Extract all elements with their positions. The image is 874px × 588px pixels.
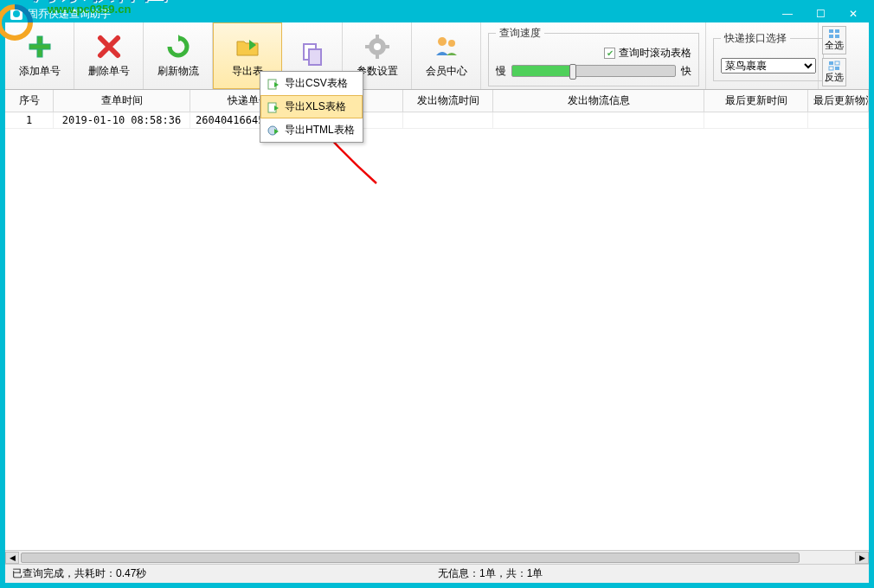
horizontal-scrollbar[interactable]: ◀ ▶ bbox=[5, 550, 869, 564]
delete-order-button[interactable]: 删除单号 bbox=[74, 22, 144, 89]
export-dropdown: 导出CSV表格 导出XLS表格 导出HTML表格 bbox=[260, 71, 363, 143]
scroll-left-arrow[interactable]: ◀ bbox=[5, 552, 19, 564]
titlebar: 固乔快递查询助手 — ☐ ✕ bbox=[5, 5, 869, 22]
csv-icon bbox=[267, 78, 280, 90]
data-grid[interactable]: 序号 查单时间 快递单号 发出物流时间 发出物流信息 最后更新时间 最后更新物流… bbox=[5, 90, 869, 564]
maximize-button[interactable]: ☐ bbox=[810, 8, 831, 20]
member-button[interactable]: 会员中心 bbox=[412, 22, 481, 89]
copy-icon bbox=[299, 41, 326, 68]
col-lastupdate[interactable]: 最后更新时间 bbox=[704, 90, 808, 112]
close-button[interactable]: ✕ bbox=[843, 8, 864, 20]
svg-rect-17 bbox=[829, 61, 833, 65]
svg-rect-8 bbox=[376, 54, 379, 59]
app-icon bbox=[10, 8, 22, 20]
svg-rect-9 bbox=[365, 45, 370, 48]
speed-slider[interactable] bbox=[511, 65, 676, 77]
export-html-item[interactable]: 导出HTML表格 bbox=[260, 118, 363, 142]
svg-rect-15 bbox=[829, 35, 833, 38]
cell-time[interactable]: 2019-01-10 08:58:36 bbox=[54, 112, 190, 129]
svg-rect-13 bbox=[829, 29, 833, 33]
refresh-icon bbox=[164, 33, 192, 61]
xls-icon bbox=[267, 101, 280, 113]
select-all-icon bbox=[828, 29, 840, 39]
plus-icon bbox=[26, 33, 54, 61]
html-icon bbox=[267, 125, 280, 137]
col-querytime[interactable]: 查单时间 bbox=[54, 90, 190, 112]
folder-export-icon bbox=[234, 33, 261, 61]
gear-icon bbox=[363, 33, 391, 61]
statusbar: 已查询完成，共耗时：0.47秒 无信息：1单，共：1单 bbox=[5, 564, 869, 583]
scroll-checkbox[interactable]: ✔ 查询时滚动表格 bbox=[496, 46, 691, 61]
svg-rect-18 bbox=[835, 61, 839, 65]
svg-rect-16 bbox=[835, 35, 839, 38]
invert-select-button[interactable]: 反选 bbox=[822, 58, 846, 86]
export-xls-item[interactable]: 导出XLS表格 bbox=[260, 95, 363, 118]
status-left: 已查询完成，共耗时：0.47秒 bbox=[12, 566, 146, 581]
status-right: 无信息：1单，共：1单 bbox=[438, 566, 543, 581]
window-title: 固乔快递查询助手 bbox=[28, 7, 111, 22]
export-csv-item[interactable]: 导出CSV表格 bbox=[260, 72, 363, 95]
select-all-button[interactable]: 全选 bbox=[822, 26, 846, 54]
svg-rect-14 bbox=[835, 29, 839, 33]
svg-rect-2 bbox=[29, 44, 50, 49]
invert-icon bbox=[828, 61, 840, 71]
cell-seq[interactable]: 1 bbox=[5, 112, 54, 129]
svg-point-11 bbox=[438, 37, 447, 46]
svg-point-0 bbox=[13, 10, 20, 17]
refresh-button[interactable]: 刷新物流 bbox=[144, 22, 213, 89]
svg-point-6 bbox=[374, 43, 381, 50]
col-seq[interactable]: 序号 bbox=[5, 90, 54, 112]
svg-rect-20 bbox=[835, 67, 839, 70]
col-lastlog[interactable]: 最后更新物流 bbox=[808, 90, 869, 112]
add-order-button[interactable]: 添加单号 bbox=[5, 22, 74, 89]
interface-select[interactable]: 菜鸟裹裹 bbox=[721, 58, 816, 74]
toolbar: 添加单号 删除单号 刷新物流 导出表 参数设置 会员中心 查询速度 bbox=[5, 22, 869, 90]
svg-point-12 bbox=[448, 40, 455, 47]
svg-rect-7 bbox=[376, 35, 379, 40]
scroll-thumb[interactable] bbox=[21, 553, 800, 563]
col-sentinfo[interactable]: 发出物流信息 bbox=[493, 90, 704, 112]
minimize-button[interactable]: — bbox=[777, 8, 798, 20]
svg-rect-19 bbox=[829, 67, 833, 70]
x-icon bbox=[95, 33, 123, 61]
people-icon bbox=[433, 33, 460, 61]
col-senttime[interactable]: 发出物流时间 bbox=[403, 90, 493, 112]
scroll-right-arrow[interactable]: ▶ bbox=[855, 552, 869, 564]
speed-panel: 查询速度 ✔ 查询时滚动表格 慢 快 bbox=[481, 22, 706, 89]
svg-rect-10 bbox=[384, 45, 389, 48]
interface-panel: 快递接口选择 菜鸟裹裹 bbox=[706, 22, 819, 89]
svg-rect-4 bbox=[309, 49, 321, 65]
